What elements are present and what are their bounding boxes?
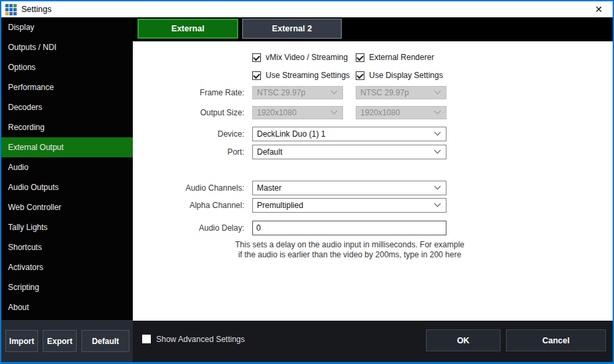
- title-bar: Settings ✕: [1, 1, 613, 17]
- sidebar-item-tally-lights[interactable]: Tally Lights: [1, 217, 134, 237]
- use-display-settings-checkbox[interactable]: [356, 71, 364, 80]
- audio-channels-label: Audio Channels:: [133, 181, 244, 195]
- chevron-down-icon: [434, 201, 441, 207]
- sidebar-item-audio[interactable]: Audio: [1, 157, 134, 177]
- vmix-video-streaming-checkbox[interactable]: [252, 53, 261, 62]
- sidebar: Display Outputs / NDI Options Performanc…: [1, 17, 134, 320]
- use-streaming-settings-checkbox[interactable]: [252, 71, 261, 80]
- device-label: Device:: [133, 127, 244, 141]
- audio-delay-help-text: This sets a delay on the audio input in …: [233, 240, 467, 260]
- import-button[interactable]: Import: [5, 330, 38, 352]
- chevron-down-icon: [434, 183, 441, 190]
- chevron-down-icon: [434, 88, 441, 95]
- chevron-down-icon: [434, 108, 441, 115]
- vmix-video-streaming-label: vMix Video / Streaming: [266, 53, 348, 62]
- settings-window: Settings ✕ Display Outputs / NDI Options…: [0, 0, 614, 364]
- tab-external[interactable]: External: [137, 19, 238, 39]
- alpha-channel-dropdown[interactable]: Premultiplied: [252, 198, 446, 213]
- sidebar-item-about[interactable]: About: [1, 297, 134, 317]
- ok-button[interactable]: OK: [426, 329, 501, 351]
- frame-rate-label: Frame Rate:: [133, 86, 244, 99]
- close-icon[interactable]: ✕: [592, 3, 605, 16]
- output-size-label: Output Size:: [133, 106, 244, 119]
- alpha-channel-value: Premultiplied: [257, 201, 303, 210]
- tab-strip: External External 2: [133, 17, 613, 41]
- frame-rate-value-1: NTSC 29.97p: [257, 88, 306, 97]
- sidebar-item-display[interactable]: Display: [1, 17, 134, 37]
- output-size-value-1: 1920x1080: [257, 108, 296, 117]
- tab-external-2[interactable]: External 2: [242, 19, 342, 39]
- default-button[interactable]: Default: [81, 330, 129, 352]
- frame-rate-dropdown-2: NTSC 29.97p: [356, 86, 446, 99]
- alpha-channel-label: Alpha Channel:: [133, 198, 244, 213]
- sidebar-item-activators[interactable]: Activators: [1, 257, 134, 277]
- output-size-value-2: 1920x1080: [360, 108, 400, 117]
- chevron-down-icon: [331, 88, 338, 95]
- external-renderer-checkbox[interactable]: [356, 53, 364, 62]
- sidebar-item-shortcuts[interactable]: Shortcuts: [1, 237, 134, 257]
- sidebar-item-audio-outputs[interactable]: Audio Outputs: [1, 177, 134, 197]
- sidebar-item-performance[interactable]: Performance: [1, 77, 134, 97]
- use-display-settings-label: Use Display Settings: [369, 71, 443, 80]
- audio-channels-value: Master: [257, 183, 282, 193]
- frame-rate-value-2: NTSC 29.97p: [360, 88, 409, 97]
- window-title: Settings: [21, 5, 51, 14]
- sidebar-item-scripting[interactable]: Scripting: [1, 277, 134, 297]
- chevron-down-icon: [331, 108, 338, 115]
- device-value: DeckLink Duo (1) 1: [257, 129, 326, 139]
- vmix-logo-icon: [5, 4, 17, 15]
- sidebar-item-external-output[interactable]: External Output: [1, 137, 134, 157]
- use-display-settings-checkbox-row: Use Display Settings: [356, 71, 443, 80]
- use-streaming-settings-label: Use Streaming Settings: [266, 71, 350, 80]
- output-size-dropdown-2: 1920x1080: [356, 106, 446, 119]
- sidebar-item-recording[interactable]: Recording: [1, 117, 134, 137]
- chevron-down-icon: [434, 129, 441, 136]
- audio-delay-label: Audio Delay:: [133, 221, 244, 235]
- audio-delay-input[interactable]: [252, 221, 446, 235]
- show-advanced-settings-checkbox[interactable]: [142, 335, 151, 343]
- sidebar-footer: Import Export Default: [1, 320, 133, 362]
- cancel-button[interactable]: Cancel: [506, 329, 606, 351]
- sidebar-item-outputs-ndi[interactable]: Outputs / NDI: [1, 37, 134, 57]
- vmix-video-streaming-checkbox-row: vMix Video / Streaming: [252, 53, 348, 62]
- external-renderer-checkbox-row: External Renderer: [356, 53, 434, 62]
- bottom-bar: Show Advanced Settings OK Cancel: [133, 321, 613, 362]
- frame-rate-dropdown-1: NTSC 29.97p: [252, 86, 343, 99]
- port-value: Default: [257, 147, 282, 157]
- show-advanced-settings-label: Show Advanced Settings: [156, 335, 245, 344]
- device-dropdown[interactable]: DeckLink Duo (1) 1: [252, 127, 446, 141]
- export-button[interactable]: Export: [43, 330, 77, 352]
- port-dropdown[interactable]: Default: [252, 145, 446, 159]
- chevron-down-icon: [434, 147, 441, 154]
- use-streaming-settings-checkbox-row: Use Streaming Settings: [252, 71, 350, 80]
- port-label: Port:: [133, 145, 244, 159]
- audio-channels-dropdown[interactable]: Master: [252, 181, 446, 195]
- sidebar-item-decoders[interactable]: Decoders: [1, 97, 134, 117]
- sidebar-item-web-controller[interactable]: Web Controller: [1, 197, 134, 217]
- output-size-dropdown-1: 1920x1080: [252, 106, 343, 119]
- external-renderer-label: External Renderer: [369, 53, 434, 62]
- external-output-panel: vMix Video / Streaming External Renderer…: [133, 41, 613, 321]
- sidebar-item-options[interactable]: Options: [1, 57, 134, 77]
